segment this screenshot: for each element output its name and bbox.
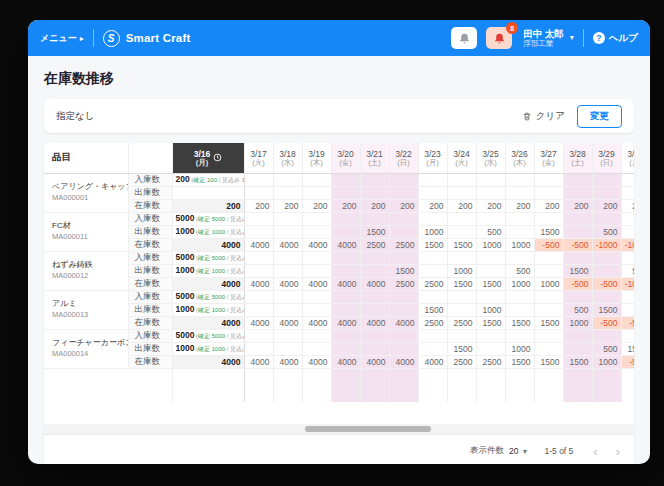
today-stock-cell: 4000 (172, 277, 244, 290)
out-cell (302, 264, 331, 277)
item-cell: フィーチャーカーボンMA000014 (44, 329, 128, 368)
item-code: MA000013 (52, 310, 128, 320)
stock-cell: 1000 (563, 316, 592, 329)
page-title: 在庫数推移 (44, 70, 634, 88)
weekday-label: (日) (390, 159, 418, 167)
flow-detail: (確定 1000 / 見込み 0) (194, 346, 244, 352)
out-cell (563, 225, 592, 238)
in-cell (273, 212, 302, 225)
brand-logo[interactable]: S Smart Craft (103, 30, 191, 47)
flow-detail: (確定 5000 / 見込み 0) (194, 216, 244, 222)
today-stock-cell: 4000 (172, 316, 244, 329)
stock-cell: 200 (360, 199, 389, 212)
inventory-table-card: 品目3/16(月)3/17(火)3/18(水)3/19(木)3/20(金)3/2… (44, 143, 634, 464)
in-cell (389, 329, 418, 342)
weekday-label: (木) (303, 159, 331, 167)
table-row: フィーチャーカーボンMA000014入庫数5000 (確定 5000 / 見込み… (44, 329, 634, 342)
in-cell (418, 329, 447, 342)
out-cell (244, 342, 273, 355)
in-cell (273, 173, 302, 186)
out-cell (505, 225, 534, 238)
in-cell (505, 212, 534, 225)
change-button[interactable]: 変更 (577, 105, 622, 128)
table-row: ねずみ鋳鉄MA000012入庫数5000 (確定 5000 / 見込み 0) (44, 251, 634, 264)
weekday-label: (木) (506, 159, 534, 167)
trash-icon (522, 111, 532, 122)
stock-cell: 4000 (302, 355, 331, 368)
filler-cell (505, 368, 534, 402)
out-cell (302, 186, 331, 199)
menu-button[interactable]: メニュー ▸ (40, 32, 84, 45)
stock-cell: 200 (621, 199, 634, 212)
in-cell (476, 329, 505, 342)
stock-cell: 1000 (592, 355, 621, 368)
horizontal-scrollbar-track[interactable] (44, 424, 634, 434)
in-cell (302, 290, 331, 303)
clear-button[interactable]: クリア (522, 110, 565, 123)
stock-cell: 200 (563, 199, 592, 212)
today-flow-cell: 5000 (確定 5000 / 見込み 0) (172, 251, 244, 264)
table-row: 在庫数4000400040004000400025002500150015001… (44, 238, 634, 251)
in-cell (244, 212, 273, 225)
table-row: 出庫数1000 (確定 1000 / 見込み 0)150010005001500 (44, 342, 634, 355)
per-page-select[interactable]: 20 ▼ (509, 446, 528, 456)
horizontal-scrollbar-thumb[interactable] (305, 426, 431, 432)
next-page-button[interactable]: › (616, 445, 620, 458)
stock-cell: 1500 (505, 316, 534, 329)
filler-cell (592, 368, 621, 402)
stock-cell: 1500 (534, 355, 563, 368)
in-cell (476, 290, 505, 303)
menu-label: メニュー (40, 32, 77, 45)
today-header[interactable]: 3/16(月) (172, 143, 244, 173)
notification-bell-button[interactable] (451, 27, 477, 49)
in-cell (244, 290, 273, 303)
row-label: 出庫数 (128, 303, 172, 316)
help-button[interactable]: ? ヘルプ (593, 32, 638, 45)
out-cell: 1500 (592, 303, 621, 316)
out-cell (563, 186, 592, 199)
out-cell (331, 303, 360, 316)
prev-page-button[interactable]: ‹ (593, 445, 597, 458)
fixed-value: 確定 5000 (198, 255, 225, 261)
in-cell (534, 212, 563, 225)
in-cell (302, 173, 331, 186)
date-header: 3/20(金) (331, 143, 360, 173)
alert-bell-button[interactable]: 8 (486, 27, 512, 49)
table-row: 在庫数4000400040004000400040004000250025001… (44, 316, 634, 329)
app-bar: メニュー ▸ S Smart Craft 8 田中 太郎 浮部工業 (28, 20, 650, 56)
in-cell (563, 290, 592, 303)
in-cell (621, 251, 634, 264)
out-cell (360, 303, 389, 316)
out-cell (534, 186, 563, 199)
in-cell (331, 329, 360, 342)
in-cell (273, 251, 302, 264)
in-cell (563, 251, 592, 264)
stock-cell: 200 (505, 199, 534, 212)
out-cell (592, 264, 621, 277)
stock-cell: 4000 (273, 316, 302, 329)
weekday-label: (火) (245, 159, 273, 167)
per-page-value: 20 (509, 446, 518, 456)
filler-cell (534, 368, 563, 402)
stock-cell: -500 (563, 238, 592, 251)
date-header: 3/17(火) (244, 143, 273, 173)
appbar-divider (583, 29, 584, 47)
flow-total: 5000 (176, 291, 195, 301)
out-cell (534, 264, 563, 277)
out-cell: 1500 (418, 303, 447, 316)
stock-cell: 4000 (360, 316, 389, 329)
filler-cell (244, 368, 273, 402)
stock-cell: 4000 (302, 316, 331, 329)
in-cell (447, 173, 476, 186)
today-flow-cell: 5000 (確定 5000 / 見込み 0) (172, 290, 244, 303)
user-menu[interactable]: 田中 太郎 浮部工業 ▾ (523, 28, 574, 48)
weekday-label: (月) (419, 159, 447, 167)
out-cell: 1500 (621, 342, 634, 355)
weekday-label: (水) (477, 159, 505, 167)
in-cell (476, 173, 505, 186)
range-label: 1-5 of 5 (544, 446, 573, 456)
in-cell (389, 212, 418, 225)
in-cell (331, 251, 360, 264)
smartcraft-logo-icon: S (103, 30, 120, 47)
help-label: ヘルプ (609, 32, 638, 45)
